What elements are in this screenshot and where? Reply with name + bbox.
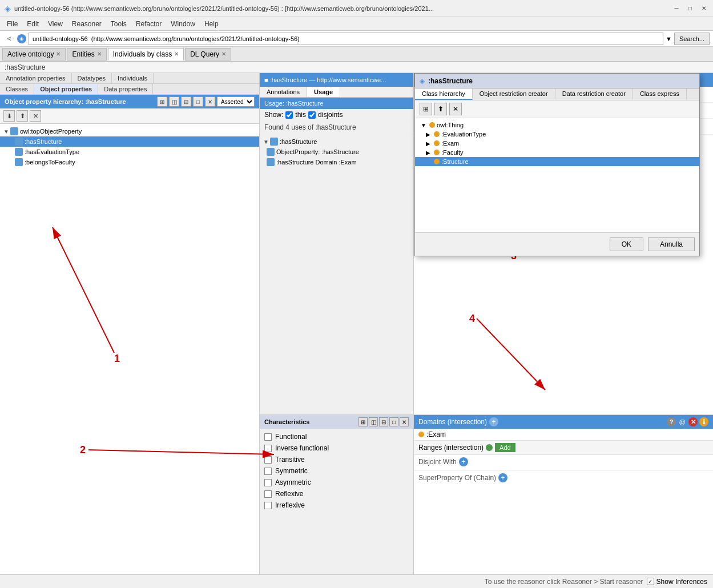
datatypes-tab[interactable]: Datatypes — [72, 73, 112, 83]
x-btn[interactable]: ✕ — [688, 417, 698, 426]
oph-tb-2[interactable]: ⬆ — [17, 110, 28, 122]
char-symmetric-checkbox[interactable] — [264, 468, 272, 475]
tab-close-individuals[interactable]: ✕ — [174, 51, 179, 57]
usage-tree-icon-objprop — [267, 148, 275, 156]
char-functional: Functional — [264, 431, 409, 442]
info-btn[interactable]: ℹ — [699, 417, 708, 426]
tree-item-belongs[interactable]: :belongsToFaculty — [0, 157, 259, 167]
char-tool-4[interactable]: □ — [389, 417, 398, 426]
dialog-tab-class-express[interactable]: Class express — [633, 88, 687, 100]
dialog-ok-btn[interactable]: OK — [610, 237, 643, 251]
oph-tb-3[interactable]: ✕ — [30, 110, 41, 122]
dialog-tool-x[interactable]: ✕ — [449, 103, 462, 115]
dialog-tree-structure[interactable]: :Structure — [415, 157, 699, 166]
data-properties-tab[interactable]: Data properties — [98, 84, 153, 94]
mp-tab-usage[interactable]: Usage — [307, 87, 340, 97]
address-dropdown[interactable]: ▼ — [666, 35, 672, 42]
dialog-tab-data-restriction[interactable]: Data restriction creator — [555, 88, 633, 100]
oph-tool-1[interactable]: ⊞ — [157, 96, 167, 107]
menu-refactor[interactable]: Refactor — [131, 19, 166, 29]
oph-tb-1[interactable]: ⬇ — [3, 110, 15, 122]
usage-tree-toggle-root[interactable]: ▼ — [262, 138, 270, 146]
this-checkbox[interactable] — [285, 111, 293, 119]
object-properties-tab[interactable]: Object properties — [34, 84, 98, 94]
dialog-tab-obj-restriction[interactable]: Object restriction creator — [473, 88, 555, 100]
dialog-tool-2[interactable]: ⬆ — [434, 103, 447, 115]
dialog-tree-thing[interactable]: ▼ owl:Thing — [415, 120, 699, 130]
oph-tool-2[interactable]: ◫ — [169, 96, 179, 107]
dialog-dot-exam — [434, 140, 440, 146]
show-inferences-checkbox[interactable]: ✓ — [647, 578, 654, 585]
char-tool-close[interactable]: ✕ — [400, 417, 409, 426]
domain-exam-item[interactable]: :Exam — [414, 429, 713, 441]
usage-tree-domain[interactable]: :hasStructure Domain :Exam — [260, 157, 413, 167]
menu-edit[interactable]: Edit — [22, 19, 43, 29]
classes-tab[interactable]: Classes — [0, 84, 34, 94]
disjoints-checkbox[interactable] — [308, 111, 316, 119]
menu-help[interactable]: Help — [200, 19, 223, 29]
menu-view[interactable]: View — [43, 19, 67, 29]
char-asymmetric-checkbox[interactable] — [264, 479, 272, 486]
tab-close-active-ontology[interactable]: ✕ — [56, 51, 61, 57]
dialog-tree-faculty[interactable]: ▶ :Faculty — [415, 148, 699, 157]
disjoint-add-btn[interactable]: + — [459, 457, 468, 466]
tree-item-toplevel[interactable]: ▼ owl:topObjectProperty — [0, 126, 259, 136]
tree-toggle-belongs[interactable] — [7, 158, 15, 166]
char-functional-checkbox[interactable] — [264, 433, 272, 441]
tree-toggle-hasstructure[interactable] — [7, 138, 15, 146]
help-btn[interactable]: ? — [667, 417, 676, 426]
superprop-add-btn[interactable]: + — [498, 473, 507, 482]
tab-individuals-by-class[interactable]: Individuals by class ✕ — [108, 48, 184, 61]
tab-close-dl-query[interactable]: ✕ — [221, 51, 226, 57]
menu-tools[interactable]: Tools — [106, 19, 131, 29]
tree-toggle-hasevaltype[interactable] — [7, 148, 15, 156]
oph-tool-4[interactable]: □ — [193, 96, 203, 107]
menu-reasoner[interactable]: Reasoner — [67, 19, 106, 29]
domains-add-btn[interactable]: + — [489, 417, 498, 426]
dialog-toggle-thing[interactable]: ▼ — [420, 122, 428, 128]
maximize-btn[interactable]: □ — [686, 4, 695, 13]
individuals-tab[interactable]: Individuals — [112, 73, 154, 83]
dialog-toggle-exam[interactable]: ▶ — [424, 140, 432, 147]
mp-tab-annotations[interactable]: Annotations — [260, 87, 307, 97]
mp-header-title: ■ :hasStructure — http://www.semanticwe.… — [264, 76, 386, 83]
char-inverse-functional-checkbox[interactable] — [264, 445, 272, 452]
ranges-add-btn[interactable]: Add — [495, 443, 515, 452]
tab-active-ontology[interactable]: Active ontology ✕ — [2, 48, 66, 61]
dialog-tree-exam[interactable]: ▶ :Exam — [415, 139, 699, 148]
asserted-dropdown[interactable]: Asserted — [217, 96, 255, 107]
search-button[interactable]: Search... — [674, 33, 710, 45]
minimize-btn[interactable]: ─ — [672, 4, 681, 13]
char-irreflexive-checkbox[interactable] — [264, 502, 272, 509]
annotation-properties-tab[interactable]: Annotation properties — [0, 73, 72, 83]
char-transitive-checkbox[interactable] — [264, 456, 272, 464]
tree-label-hasevaltype: :hasEvaluationType — [25, 148, 79, 155]
close-btn[interactable]: ✕ — [699, 4, 708, 13]
char-reflexive-checkbox[interactable] — [264, 490, 272, 498]
dialog-toggle-faculty[interactable]: ▶ — [424, 150, 432, 156]
tab-close-entities[interactable]: ✕ — [97, 51, 102, 57]
char-tool-1[interactable]: ⊞ — [358, 417, 368, 426]
oph-tool-close[interactable]: ✕ — [205, 96, 215, 107]
dialog-toggle-evaltype[interactable]: ▶ — [424, 131, 432, 138]
tab-dl-query[interactable]: DL Query ✕ — [185, 48, 231, 61]
oph-tool-3[interactable]: ⊟ — [181, 96, 191, 107]
dialog-tree-evaltype[interactable]: ▶ :EvaluationType — [415, 130, 699, 139]
title-bar: ◈ untitled-ontology-56 (http://www.seman… — [0, 0, 713, 17]
menu-window[interactable]: Window — [166, 19, 200, 29]
tab-entities[interactable]: Entities ✕ — [67, 48, 106, 61]
tree-item-hasevaltype[interactable]: :hasEvaluationType — [0, 147, 259, 157]
menu-file[interactable]: File — [2, 19, 22, 29]
usage-tree-root[interactable]: ▼ :hasStructure — [260, 136, 413, 147]
char-tool-2[interactable]: ◫ — [369, 417, 378, 426]
dialog-tab-hierarchy[interactable]: Class hierarchy — [415, 88, 473, 100]
address-input[interactable] — [29, 33, 663, 45]
tree-toggle-toplevel[interactable]: ▼ — [2, 127, 10, 135]
char-tool-3[interactable]: ⊟ — [379, 417, 388, 426]
dialog-cancel-btn[interactable]: Annulla — [648, 237, 695, 251]
tree-item-hasstructure[interactable]: :hasStructure — [0, 136, 259, 147]
dialog-tool-1[interactable]: ⊞ — [420, 103, 432, 115]
nav-back[interactable]: < — [3, 33, 15, 45]
at-btn[interactable]: @ — [678, 417, 687, 426]
usage-tree-objprop[interactable]: ObjectProperty: :hasStructure — [260, 147, 413, 157]
